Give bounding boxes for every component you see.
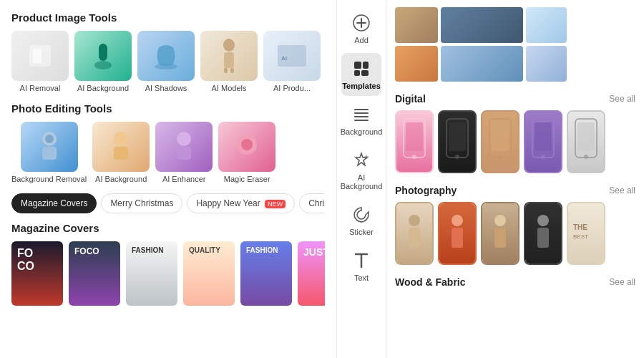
tool-img-bg [74, 31, 132, 81]
right-panel: Digital See all Photography See all [386, 0, 644, 358]
ai-background-label: AI Background [341, 173, 383, 190]
text-button[interactable]: Text [341, 245, 381, 288]
tab-merry-christmas[interactable]: Merry Christmas [101, 193, 182, 213]
digital-title: Digital [395, 93, 426, 105]
tool-label-removal: AI Removal [20, 84, 61, 92]
templates-label: Templates [342, 82, 381, 90]
tab-christmas-sale[interactable]: Christmas Sale [299, 193, 325, 213]
svg-point-54 [537, 215, 549, 226]
product-tools-grid: AI Removal AI Background AI Shadows [11, 31, 325, 92]
photo-thumb-5[interactable]: THEBEST [567, 202, 605, 265]
top-collage [395, 7, 635, 82]
left-panel: Product Image Tools AI Removal AI Backgr… [0, 0, 336, 358]
tool-label-shadow: AI Shadows [145, 84, 187, 92]
photo-tools-grid: Background Removal AI Background AI Enha… [11, 122, 325, 183]
mag-text-fashion2: FASHION [240, 241, 292, 260]
digital-thumb-1[interactable] [395, 110, 434, 173]
text-icon [351, 251, 371, 271]
collage-img-1 [395, 7, 438, 43]
tool-img-bgremoval [21, 122, 78, 172]
svg-point-19 [241, 139, 253, 150]
add-label: Add [354, 36, 369, 44]
tool-label-models: AI Models [212, 84, 247, 92]
category-tabs: Magazine Covers Merry Christmas Happy Ne… [11, 193, 325, 213]
wood-fabric-title: Wood & Fabric [395, 276, 466, 288]
svg-rect-26 [361, 70, 369, 76]
tool-card-eraser[interactable]: Magic Eraser [218, 122, 275, 183]
wood-fabric-see-all[interactable]: See all [609, 277, 635, 287]
add-icon [351, 13, 371, 33]
tool-img-eraser [218, 122, 275, 172]
sticker-button[interactable]: Sticker [341, 199, 381, 242]
digital-thumb-3[interactable] [481, 110, 519, 173]
sticker-label: Sticker [349, 228, 374, 236]
new-badge: NEW [265, 200, 286, 208]
photo-thumb-3[interactable] [481, 202, 519, 265]
wood-fabric-section-header: Wood & Fabric See all [395, 276, 635, 288]
photography-section: Photography See all [395, 185, 635, 265]
digital-thumb-4[interactable] [524, 110, 562, 173]
mag-text-quality: QUALITY [183, 241, 235, 260]
mag-card-fashion[interactable]: FASHION [126, 241, 177, 306]
tool-card-prod[interactable]: AI AI Produ... [263, 31, 321, 92]
digital-thumb-5[interactable] [567, 110, 605, 173]
background-icon [351, 105, 371, 125]
digital-thumb-2[interactable] [438, 110, 477, 173]
add-button[interactable]: Add [341, 7, 381, 50]
photography-see-all[interactable]: See all [609, 185, 635, 195]
svg-rect-55 [537, 228, 549, 248]
svg-rect-49 [409, 228, 420, 248]
svg-text:THE: THE [573, 223, 587, 231]
svg-rect-40 [492, 122, 509, 151]
mag-card-just[interactable]: JUST [298, 241, 325, 306]
mag-text-just: JUST [298, 241, 325, 263]
tool-card-models[interactable]: AI Models [200, 31, 258, 92]
digital-section-header: Digital See all [395, 93, 635, 105]
svg-rect-6 [224, 52, 234, 68]
svg-point-52 [494, 215, 506, 226]
tool-img-aibg [92, 122, 150, 172]
mag-card-fo[interactable]: FOCO [11, 241, 63, 306]
photo-thumb-2[interactable] [438, 202, 477, 265]
photo-thumb-4[interactable] [524, 202, 562, 265]
tool-card-enhancer[interactable]: AI Enhancer [155, 122, 213, 183]
svg-point-50 [452, 215, 463, 226]
svg-rect-53 [494, 228, 506, 248]
tool-card-removal[interactable]: AI Removal [11, 31, 69, 92]
svg-point-12 [45, 135, 54, 143]
digital-section: Digital See all [395, 93, 635, 173]
tool-card-aibg[interactable]: AI Background [92, 122, 150, 183]
mag-card-fashion2[interactable]: FASHION [240, 241, 292, 306]
tool-label-aibg: AI Background [95, 175, 147, 183]
tab-happy-new-year[interactable]: Happy New Year NEW [187, 193, 295, 213]
svg-rect-25 [354, 70, 360, 76]
toolbar: Add Templates Background AI Background [336, 0, 386, 358]
tool-card-bg[interactable]: AI Background [74, 31, 132, 92]
collage-img-3 [441, 7, 523, 43]
collage-col-2 [441, 7, 523, 82]
ai-background-button[interactable]: AI Background [341, 145, 381, 196]
tool-label-prod: AI Produ... [273, 84, 311, 92]
templates-icon [351, 59, 371, 79]
tool-img-models [200, 31, 258, 81]
templates-button[interactable]: Templates [341, 53, 381, 96]
background-label: Background [341, 127, 383, 136]
digital-see-all[interactable]: See all [609, 94, 635, 104]
tool-label-bg: AI Background [77, 84, 129, 92]
svg-point-5 [223, 39, 235, 52]
photography-section-header: Photography See all [395, 185, 635, 196]
tool-card-shadow[interactable]: AI Shadows [137, 31, 195, 92]
tab-magazine-covers[interactable]: Magazine Covers [11, 193, 97, 213]
mag-text-fashion: FASHION [126, 241, 177, 260]
wood-fabric-section: Wood & Fabric See all [395, 276, 635, 288]
collage-col-3 [526, 7, 567, 82]
photo-thumb-1[interactable] [395, 202, 434, 265]
svg-rect-3 [99, 44, 107, 61]
mag-card-quality[interactable]: QUALITY [183, 241, 235, 306]
background-button[interactable]: Background [341, 99, 381, 142]
mag-card-foco[interactable]: FOCO [69, 241, 120, 306]
svg-rect-17 [177, 147, 191, 160]
tool-card-bgremoval[interactable]: Background Removal [11, 122, 87, 183]
tool-img-enhancer [155, 122, 213, 172]
svg-rect-46 [577, 122, 595, 151]
